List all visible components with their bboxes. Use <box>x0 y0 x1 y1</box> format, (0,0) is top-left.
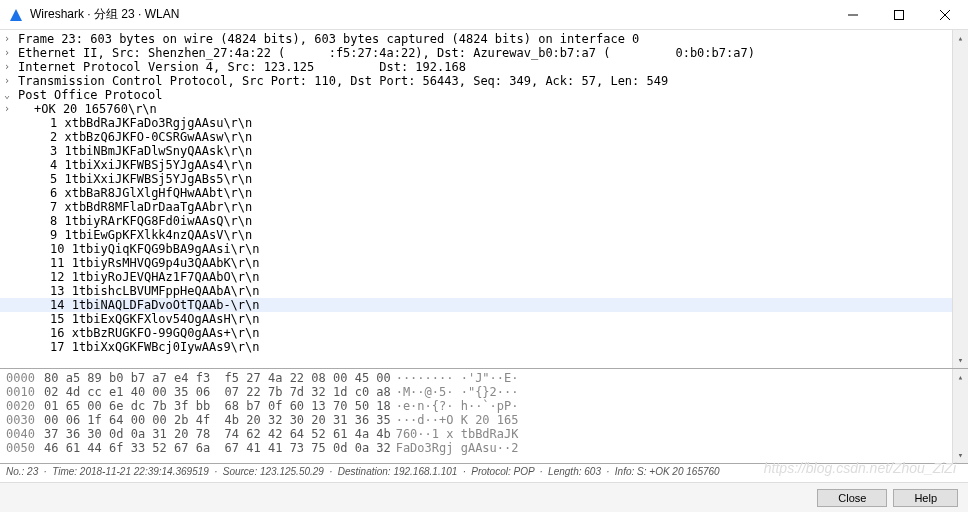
pop-uidl-line[interactable]: 12 1tbiyRoJEVQHAz1F7QAAbO\r\n <box>0 270 968 284</box>
vertical-scrollbar[interactable]: ▴ ▾ <box>952 369 968 463</box>
title-bar: Wireshark · 分组 23 · WLAN <box>0 0 968 30</box>
scroll-down-icon[interactable]: ▾ <box>953 447 968 463</box>
minimize-button[interactable] <box>830 0 876 30</box>
button-bar: Close Help <box>0 482 968 512</box>
hex-ascii: ·e·n·{?· h··`·pP· <box>374 399 519 413</box>
expand-icon[interactable]: › <box>4 60 10 74</box>
hex-bytes: 37 36 30 0d 0a 31 20 78 74 62 42 64 52 6… <box>44 427 374 441</box>
pop-uidl-line[interactable]: 17 1tbiXxQGKFWBcj0IywAAs9\r\n <box>0 340 968 354</box>
hex-offset: 0040 <box>6 427 44 441</box>
hex-bytes: 02 4d cc e1 40 00 35 06 07 22 7b 7d 32 1… <box>44 385 374 399</box>
hex-offset: 0000 <box>6 371 44 385</box>
maximize-button[interactable] <box>876 0 922 30</box>
hex-ascii: FaDo3Rgj gAAsu··2 <box>374 441 519 455</box>
tree-ip[interactable]: ›Internet Protocol Version 4, Src: 123.1… <box>0 60 968 74</box>
hex-bytes: 00 06 1f 64 00 00 2b 4f 4b 20 32 30 20 3… <box>44 413 374 427</box>
close-button[interactable] <box>922 0 968 30</box>
window-title: Wireshark · 分组 23 · WLAN <box>30 6 830 23</box>
hex-row[interactable]: 005046 61 44 6f 33 52 67 6a 67 41 41 73 … <box>6 441 519 455</box>
expand-icon[interactable]: › <box>4 102 10 116</box>
window-controls <box>830 0 968 29</box>
pop-uidl-line[interactable]: 10 1tbiyQiqKFQG9bBA9gAAsi\r\n <box>0 242 968 256</box>
hex-offset: 0020 <box>6 399 44 413</box>
hex-row[interactable]: 004037 36 30 0d 0a 31 20 78 74 62 42 64 … <box>6 427 519 441</box>
pop-uidl-line[interactable]: 5 1tbiXxiJKFWBSj5YJgABs5\r\n <box>0 172 968 186</box>
hex-row[interactable]: 001002 4d cc e1 40 00 35 06 07 22 7b 7d … <box>6 385 519 399</box>
pop-uidl-line[interactable]: 15 1tbiExQGKFXlov54OgAAsH\r\n <box>0 312 968 326</box>
hex-ascii: ·M··@·5· ·"{}2··· <box>374 385 519 399</box>
tree-tcp[interactable]: ›Transmission Control Protocol, Src Port… <box>0 74 968 88</box>
help-button[interactable]: Help <box>893 489 958 507</box>
hex-offset: 0050 <box>6 441 44 455</box>
packet-details-pane[interactable]: ›Frame 23: 603 bytes on wire (4824 bits)… <box>0 30 968 369</box>
app-icon <box>8 7 24 23</box>
pop-uidl-line[interactable]: 2 xtbBzQ6JKFO-0CSRGwAAsw\r\n <box>0 130 968 144</box>
hex-offset: 0010 <box>6 385 44 399</box>
hex-ascii: ···d··+O K 20 165 <box>374 413 519 427</box>
hex-bytes: 01 65 00 6e dc 7b 3f bb 68 b7 0f 60 13 7… <box>44 399 374 413</box>
scroll-up-icon[interactable]: ▴ <box>953 30 968 46</box>
pop-uidl-line[interactable]: 11 1tbiyRsMHVQG9p4u3QAAbK\r\n <box>0 256 968 270</box>
tree-pop-ok[interactable]: ›+OK 20 165760\r\n <box>0 102 968 116</box>
hex-ascii: 760··1 x tbBdRaJK <box>374 427 519 441</box>
scroll-down-icon[interactable]: ▾ <box>953 352 968 368</box>
pop-uidl-line[interactable]: 3 1tbiNBmJKFaDlwSnyQAAsk\r\n <box>0 144 968 158</box>
svg-rect-1 <box>895 11 904 20</box>
vertical-scrollbar[interactable]: ▴ ▾ <box>952 30 968 368</box>
pop-uidl-line[interactable]: 13 1tbishcLBVUMFppHeQAAbA\r\n <box>0 284 968 298</box>
hex-row[interactable]: 000080 a5 89 b0 b7 a7 e4 f3 f5 27 4a 22 … <box>6 371 519 385</box>
pop-uidl-line[interactable]: 6 xtbBaR8JGlXlgHfQHwAAbt\r\n <box>0 186 968 200</box>
pop-uidl-line[interactable]: 14 1tbiNAQLDFaDvoOtTQAAb-\r\n <box>0 298 968 312</box>
expand-icon[interactable]: › <box>4 46 10 60</box>
hex-bytes: 80 a5 89 b0 b7 a7 e4 f3 f5 27 4a 22 08 0… <box>44 371 374 385</box>
expand-icon[interactable]: › <box>4 74 10 88</box>
status-bar: No.: 23 · Time: 2018-11-21 22:39:14.3695… <box>0 464 968 482</box>
hex-row[interactable]: 003000 06 1f 64 00 00 2b 4f 4b 20 32 30 … <box>6 413 519 427</box>
pop-uidl-line[interactable]: 7 xtbBdR8MFlaDrDaaTgAAbr\r\n <box>0 200 968 214</box>
pop-uidl-line[interactable]: 1 xtbBdRaJKFaDo3RgjgAAsu\r\n <box>0 116 968 130</box>
collapse-icon[interactable]: ⌄ <box>4 88 10 102</box>
hex-offset: 0030 <box>6 413 44 427</box>
scroll-up-icon[interactable]: ▴ <box>953 369 968 385</box>
pop-uidl-line[interactable]: 8 1tbiyRArKFQG8Fd0iwAAsQ\r\n <box>0 214 968 228</box>
pop-uidl-line[interactable]: 4 1tbiXxiJKFWBSj5YJgAAs4\r\n <box>0 158 968 172</box>
close-dialog-button[interactable]: Close <box>817 489 887 507</box>
pop-uidl-line[interactable]: 9 1tbiEwGpKFXlkk4nzQAAsV\r\n <box>0 228 968 242</box>
hex-bytes: 46 61 44 6f 33 52 67 6a 67 41 41 73 75 0… <box>44 441 374 455</box>
tree-pop[interactable]: ⌄Post Office Protocol <box>0 88 968 102</box>
tree-ethernet[interactable]: ›Ethernet II, Src: Shenzhen_27:4a:22 ( :… <box>0 46 968 60</box>
packet-bytes-pane[interactable]: 000080 a5 89 b0 b7 a7 e4 f3 f5 27 4a 22 … <box>0 369 968 464</box>
hex-ascii: ········ ·'J"··E· <box>374 371 519 385</box>
pop-uidl-line[interactable]: 16 xtbBzRUGKFO-99GQ0gAAs+\r\n <box>0 326 968 340</box>
hex-row[interactable]: 002001 65 00 6e dc 7b 3f bb 68 b7 0f 60 … <box>6 399 519 413</box>
expand-icon[interactable]: › <box>4 32 10 46</box>
tree-frame[interactable]: ›Frame 23: 603 bytes on wire (4824 bits)… <box>0 32 968 46</box>
